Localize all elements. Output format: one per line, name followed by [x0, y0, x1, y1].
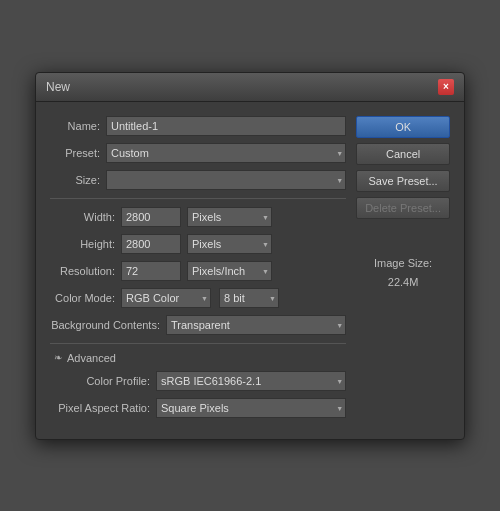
- pixel-aspect-select[interactable]: Square Pixels D1/DV NTSC (0.91) D1/DV PA…: [156, 398, 346, 418]
- cancel-button[interactable]: Cancel: [356, 143, 450, 165]
- width-unit-wrapper: Pixels Inches Centimeters Millimeters: [187, 207, 272, 227]
- advanced-label: Advanced: [67, 352, 116, 364]
- advanced-arrow-icon: ❧: [54, 352, 62, 363]
- title-bar: New ×: [36, 73, 464, 102]
- size-row: Size: 640 x 480 800 x 600 1024 x 768: [50, 170, 346, 190]
- bit-depth-select[interactable]: 8 bit 16 bit 32 bit: [219, 288, 279, 308]
- resolution-input[interactable]: [121, 261, 181, 281]
- advanced-toggle[interactable]: ❧ Advanced: [50, 352, 346, 364]
- name-input[interactable]: [106, 116, 346, 136]
- bg-contents-row: Background Contents: White Background Co…: [50, 315, 346, 335]
- bg-contents-wrapper: White Background Color Transparent: [166, 315, 346, 335]
- color-profile-row: Color Profile: sRGB IEC61966-2.1 Adobe R…: [50, 371, 346, 391]
- form-section: Name: Preset: Custom Default Photoshop S…: [50, 116, 346, 425]
- height-row: Height: Pixels Inches Centimeters Millim…: [50, 234, 346, 254]
- color-profile-wrapper: sRGB IEC61966-2.1 Adobe RGB (1998) ProPh…: [156, 371, 346, 391]
- bg-contents-select[interactable]: White Background Color Transparent: [166, 315, 346, 335]
- save-preset-button[interactable]: Save Preset...: [356, 170, 450, 192]
- close-button[interactable]: ×: [438, 79, 454, 95]
- divider-2: [50, 343, 346, 344]
- resolution-label: Resolution:: [50, 265, 115, 277]
- pixel-aspect-row: Pixel Aspect Ratio: Square Pixels D1/DV …: [50, 398, 346, 418]
- dialog-title: New: [46, 80, 70, 94]
- bg-contents-label: Background Contents:: [50, 319, 160, 331]
- delete-preset-button[interactable]: Delete Preset...: [356, 197, 450, 219]
- dialog-body: Name: Preset: Custom Default Photoshop S…: [36, 102, 464, 439]
- preset-label: Preset:: [50, 147, 100, 159]
- width-row: Width: Pixels Inches Centimeters Millime…: [50, 207, 346, 227]
- color-mode-controls: Bitmap Grayscale RGB Color CMYK Color La…: [121, 288, 279, 308]
- pixel-aspect-label: Pixel Aspect Ratio:: [50, 402, 150, 414]
- color-mode-row: Color Mode: Bitmap Grayscale RGB Color C…: [50, 288, 346, 308]
- width-input[interactable]: [121, 207, 181, 227]
- preset-wrapper: Custom Default Photoshop Size Letter Leg…: [106, 143, 346, 163]
- height-unit-wrapper: Pixels Inches Centimeters Millimeters: [187, 234, 272, 254]
- name-row: Name:: [50, 116, 346, 136]
- height-unit-select[interactable]: Pixels Inches Centimeters Millimeters: [187, 234, 272, 254]
- width-label: Width:: [50, 211, 115, 223]
- buttons-section: OK Cancel Save Preset... Delete Preset..…: [356, 116, 450, 425]
- resolution-row: Resolution: Pixels/Inch Pixels/Centimete…: [50, 261, 346, 281]
- color-mode-label: Color Mode:: [50, 292, 115, 304]
- resolution-unit-wrapper: Pixels/Inch Pixels/Centimeter: [187, 261, 272, 281]
- resolution-unit-select[interactable]: Pixels/Inch Pixels/Centimeter: [187, 261, 272, 281]
- divider-1: [50, 198, 346, 199]
- image-size-value: 22.4M: [356, 273, 450, 293]
- bit-depth-wrapper: 8 bit 16 bit 32 bit: [219, 288, 279, 308]
- color-mode-wrapper: Bitmap Grayscale RGB Color CMYK Color La…: [121, 288, 211, 308]
- image-size-label: Image Size:: [356, 254, 450, 274]
- size-label: Size:: [50, 174, 100, 186]
- size-select[interactable]: 640 x 480 800 x 600 1024 x 768: [106, 170, 346, 190]
- width-unit-select[interactable]: Pixels Inches Centimeters Millimeters: [187, 207, 272, 227]
- color-profile-select[interactable]: sRGB IEC61966-2.1 Adobe RGB (1998) ProPh…: [156, 371, 346, 391]
- size-wrapper: 640 x 480 800 x 600 1024 x 768: [106, 170, 346, 190]
- image-size-section: Image Size: 22.4M: [356, 254, 450, 294]
- ok-button[interactable]: OK: [356, 116, 450, 138]
- pixel-aspect-wrapper: Square Pixels D1/DV NTSC (0.91) D1/DV PA…: [156, 398, 346, 418]
- preset-select[interactable]: Custom Default Photoshop Size Letter Leg…: [106, 143, 346, 163]
- color-profile-label: Color Profile:: [50, 375, 150, 387]
- new-document-dialog: New × Name: Preset: Custom Default Photo…: [35, 72, 465, 440]
- color-mode-select[interactable]: Bitmap Grayscale RGB Color CMYK Color La…: [121, 288, 211, 308]
- name-label: Name:: [50, 120, 100, 132]
- preset-row: Preset: Custom Default Photoshop Size Le…: [50, 143, 346, 163]
- height-input[interactable]: [121, 234, 181, 254]
- height-label: Height:: [50, 238, 115, 250]
